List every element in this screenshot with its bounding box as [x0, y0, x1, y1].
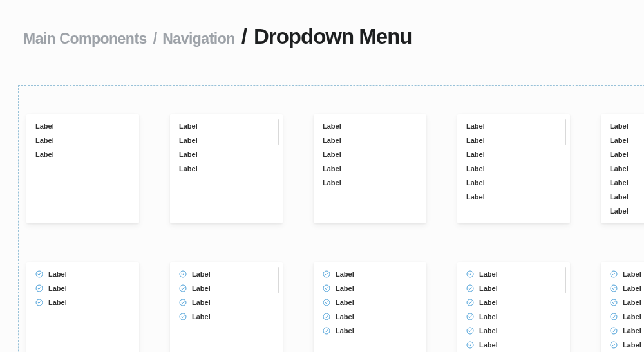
dropdown-item[interactable]: Label [459, 133, 569, 147]
dropdown-item[interactable]: Label [602, 133, 644, 147]
scrollbar-indicator [565, 119, 566, 145]
dropdown-item[interactable]: Label [315, 324, 425, 338]
dropdown-item[interactable]: Label [602, 310, 644, 324]
dropdown-item-label: Label [610, 193, 629, 201]
dropdown-menu[interactable]: LabelLabelLabel [26, 262, 139, 352]
svg-point-4 [180, 285, 186, 292]
dropdown-item[interactable]: Label [459, 295, 569, 310]
dropdown-item-label: Label [35, 136, 54, 144]
dropdown-item[interactable]: Label [28, 295, 138, 310]
dropdown-item-label: Label [479, 341, 498, 349]
dropdown-menu[interactable]: LabelLabelLabelLabelLabel [314, 114, 426, 223]
dropdown-item[interactable]: Label [459, 147, 569, 162]
dropdown-item[interactable]: Label [315, 133, 425, 147]
dropdown-item[interactable]: Label [459, 338, 569, 352]
scrollbar-indicator [135, 267, 135, 293]
dropdown-item[interactable]: Label [602, 295, 644, 310]
dropdown-item[interactable]: Label [315, 310, 425, 324]
dropdown-item[interactable]: Label [171, 281, 281, 295]
dropdown-item-label: Label [323, 179, 341, 187]
svg-point-14 [467, 299, 473, 306]
check-circle-icon [323, 299, 330, 306]
dropdown-item[interactable]: Label [315, 119, 425, 133]
dropdown-item-label: Label [179, 165, 198, 172]
dropdown-item-label: Label [35, 151, 54, 158]
dropdown-item-label: Label [623, 284, 641, 292]
check-circle-icon [466, 299, 474, 306]
dropdown-item-label: Label [323, 122, 341, 130]
dropdown-item[interactable]: Label [602, 119, 644, 133]
dropdown-item[interactable]: Label [28, 267, 138, 281]
check-circle-icon [323, 327, 330, 335]
dropdown-item[interactable]: Label [459, 267, 569, 281]
dropdown-menu[interactable]: LabelLabelLabelLabelLabelLabel [457, 262, 570, 352]
dropdown-item[interactable]: Label [459, 324, 569, 338]
dropdown-item[interactable]: Label [602, 267, 644, 281]
check-circle-icon [323, 313, 330, 320]
check-circle-icon [35, 270, 43, 278]
dropdown-menu[interactable]: LabelLabelLabel [26, 114, 139, 223]
svg-point-7 [323, 271, 330, 277]
dropdown-item[interactable]: Label [171, 147, 281, 162]
crumb-navigation[interactable]: Navigation [162, 30, 235, 48]
dropdown-item-label: Label [336, 299, 354, 306]
dropdown-item-label: Label [179, 136, 198, 144]
dropdown-item[interactable]: Label [28, 119, 138, 133]
dropdown-item[interactable]: Label [315, 176, 425, 190]
dropdown-item-label: Label [192, 270, 211, 278]
dropdown-item[interactable]: Label [28, 133, 138, 147]
crumb-main-components[interactable]: Main Components [23, 30, 147, 48]
dropdown-menu[interactable]: LabelLabelLabelLabel [170, 114, 283, 223]
dropdown-item[interactable]: Label [602, 176, 644, 190]
dropdown-item[interactable]: Label [602, 338, 644, 352]
dropdown-item[interactable]: Label [28, 281, 138, 295]
dropdown-item[interactable]: Label [602, 147, 644, 162]
dropdown-item[interactable]: Label [171, 162, 281, 176]
dropdown-menu[interactable]: LabelLabelLabelLabelLabelLabel [457, 114, 570, 223]
dropdown-item-label: Label [179, 122, 198, 130]
dropdown-item[interactable]: Label [459, 162, 569, 176]
svg-point-0 [36, 271, 43, 277]
dropdown-item[interactable]: Label [171, 267, 281, 281]
svg-point-8 [323, 285, 330, 292]
dropdown-item[interactable]: Label [602, 190, 644, 204]
dropdown-item[interactable]: Label [315, 281, 425, 295]
dropdown-item[interactable]: Label [315, 267, 425, 281]
svg-point-19 [611, 285, 617, 292]
dropdown-item[interactable]: Label [171, 119, 281, 133]
dropdown-item-label: Label [623, 341, 641, 349]
dropdown-item[interactable]: Label [171, 295, 281, 310]
dropdown-item[interactable]: Label [602, 162, 644, 176]
dropdown-item[interactable]: Label [315, 147, 425, 162]
dropdown-item[interactable]: Label [315, 295, 425, 310]
dropdown-item[interactable]: Label [28, 147, 138, 162]
dropdown-item[interactable]: Label [602, 281, 644, 295]
dropdown-menu[interactable]: LabelLabelLabelLabelLabelLabelLabel [601, 262, 644, 352]
dropdown-item[interactable]: Label [602, 324, 644, 338]
dropdown-item[interactable]: Label [459, 190, 569, 204]
dropdown-item-label: Label [623, 270, 641, 278]
design-frame: LabelLabelLabelLabelLabelLabelLabelLabel… [18, 85, 644, 352]
dropdown-row: LabelLabelLabelLabelLabelLabelLabelLabel… [26, 114, 644, 223]
dropdown-item[interactable]: Label [602, 204, 644, 218]
dropdown-item[interactable]: Label [315, 162, 425, 176]
check-circle-icon [466, 327, 474, 335]
dropdown-item-label: Label [479, 327, 498, 335]
dropdown-item-label: Label [466, 193, 485, 201]
dropdown-item[interactable]: Label [459, 119, 569, 133]
dropdown-item-label: Label [35, 122, 54, 130]
dropdown-item[interactable]: Label [459, 176, 569, 190]
dropdown-item[interactable]: Label [459, 310, 569, 324]
dropdown-menu[interactable]: LabelLabelLabelLabelLabel [314, 262, 426, 352]
dropdown-menu[interactable]: LabelLabelLabelLabel [170, 262, 283, 352]
dropdown-item-label: Label [192, 313, 211, 320]
dropdown-item[interactable]: Label [171, 133, 281, 147]
dropdown-item-label: Label [48, 299, 67, 306]
svg-point-1 [36, 285, 43, 292]
dropdown-menu[interactable]: LabelLabelLabelLabelLabelLabelLabel [601, 114, 644, 223]
dropdown-item[interactable]: Label [459, 281, 569, 295]
check-circle-icon [179, 284, 187, 292]
check-circle-icon [179, 313, 187, 320]
dropdown-item[interactable]: Label [171, 310, 281, 324]
crumb-separator: / [153, 30, 157, 48]
